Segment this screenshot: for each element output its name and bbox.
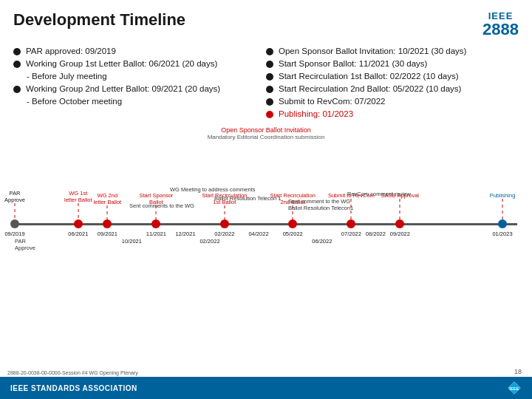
timeline-wrapper: PARApprove09/2019WG 1stletter Ballot06/2… <box>15 142 517 282</box>
page-title: Development Timeline <box>13 10 185 30</box>
timeline-date-recirc1: 02/2022 <box>214 231 234 237</box>
ieee-diamond-icon: IEEE <box>507 381 522 395</box>
timeline-marker-sasb <box>395 219 404 228</box>
timeline-marker-sponsor_start <box>151 219 160 228</box>
page-number: 18 <box>514 368 522 375</box>
timeline-marker-wg1 <box>74 219 83 228</box>
bullet-dot-7 <box>266 86 273 93</box>
footer-bar: IEEE STANDARDS ASSOCIATION IEEE <box>0 377 532 399</box>
timeline-date-sasb: 09/2022 <box>390 231 410 237</box>
bullets-right: Open Sponsor Ballot Invitation: 10/2021 … <box>266 47 519 122</box>
bullet-recirc1: Start Recirculation 1st Ballot: 02/2022 … <box>266 72 519 81</box>
footer-ieee-logo: IEEE <box>507 381 522 395</box>
bullet-dot-3 <box>13 86 21 93</box>
timeline-marker-par <box>10 219 19 228</box>
timeline-top-labels: Open Sponsor Ballot Invitation Mandatory… <box>7 126 525 140</box>
timeline-marker-wg2 <box>103 219 112 228</box>
bullet-openspons: Open Sponsor Ballot Invitation: 10/2021 … <box>266 47 519 55</box>
bullet-dot-5 <box>266 61 273 68</box>
bullet-dot-1 <box>13 48 21 55</box>
bullet-startspons: Start Sponsor Ballot: 11/2021 (30 days) <box>266 59 519 68</box>
timeline-label-main: Open Sponsor Ballot Invitation <box>221 126 311 134</box>
bullet-recirc2: Start Recirculation 2nd Ballot: 05/2022 … <box>266 84 519 93</box>
timeline-extra-date-2: 02/2022 <box>200 238 219 245</box>
timeline-label-wg1: WG 1stletter Ballot <box>64 190 92 203</box>
bullet-dot-6 <box>266 73 273 81</box>
timeline-label-publishing: Publishing <box>490 192 516 199</box>
timeline-extra-date-1: 12/2021 <box>175 231 195 237</box>
bullets-left: PAR approved: 09/2019 Working Group 1st … <box>13 47 266 122</box>
timeline-marker-publishing <box>498 219 507 228</box>
bullet-wg1: Working Group 1st Letter Ballot: 06/2021… <box>13 59 266 68</box>
timeline-date-wg1: 06/2021 <box>68 231 88 237</box>
timeline-label-par: PARApprove <box>4 190 25 203</box>
timeline-date-wg2: 09/2021 <box>98 231 117 237</box>
bullet-sub-oct: - Before October meeting <box>27 97 266 106</box>
timeline-extra-date-3: 04/2022 <box>248 231 268 237</box>
svg-text:IEEE: IEEE <box>509 386 519 391</box>
ieee-logo-number: 2888 <box>482 21 519 38</box>
header: Development Timeline IEEE 2888 <box>0 0 532 44</box>
bullet-par: PAR approved: 09/2019 <box>13 47 266 55</box>
bullet-wg2: Working Group 2nd Letter Ballot: 09/2021… <box>13 84 266 93</box>
ieee-logo: IEEE 2888 <box>482 10 519 38</box>
timeline-float-label-4: RevCom comment review <box>347 191 411 197</box>
bullet-revcom: Submit to RevCom: 07/2022 <box>266 97 519 106</box>
timeline-marker-recirc1 <box>220 219 229 228</box>
timeline-date-par: 09/2019 <box>4 231 24 237</box>
timeline-label-sub: Mandatory Editorial Coordination submiss… <box>208 134 325 140</box>
footer-association-text: IEEE STANDARDS ASSOCIATION <box>10 384 137 392</box>
timeline-float-label-2: Sent comments to the WG <box>129 202 194 209</box>
par-approve-label: PARApprove <box>15 238 35 251</box>
bullet-sub-july: - Before July meeting <box>27 72 266 81</box>
footnote: 2888-20-0038-00-0000-Session #4 WG Openi… <box>7 370 525 375</box>
timeline-float-label-3: Sent comment to the WGBallot Resolution … <box>288 198 353 211</box>
timeline-date-sponsor_start: 11/2021 <box>146 231 166 237</box>
timeline-date-publishing: 01/2023 <box>492 231 512 237</box>
timeline-extra-date-0: 10/2021 <box>122 238 142 245</box>
bullet-dot-9 <box>266 111 273 118</box>
bullet-dot-8 <box>266 98 273 106</box>
timeline-line <box>15 223 517 225</box>
bullet-dot-4 <box>266 48 273 55</box>
timeline-marker-recirc2 <box>288 219 297 228</box>
timeline-label-wg2: WG 2ndletter Ballot <box>94 192 122 205</box>
timeline-marker-revcom <box>347 219 355 228</box>
timeline-float-label-0: WG Meeting to address comments <box>170 186 255 193</box>
bullets-container: PAR approved: 09/2019 Working Group 1st … <box>0 44 532 122</box>
timeline-extra-date-4: 06/2022 <box>312 238 332 245</box>
timeline-section: Open Sponsor Ballot Invitation Mandatory… <box>7 126 525 282</box>
timeline-extra-date-5: 08/2022 <box>366 231 386 237</box>
bullet-dot-2 <box>13 61 21 68</box>
timeline-date-revcom: 07/2022 <box>341 231 361 237</box>
timeline-date-recirc2: 05/2022 <box>283 231 303 237</box>
timeline-float-label-1: Ballot Resolution Telecon 1 <box>214 195 281 202</box>
bullet-publishing: Publishing: 01/2023 <box>266 109 519 118</box>
